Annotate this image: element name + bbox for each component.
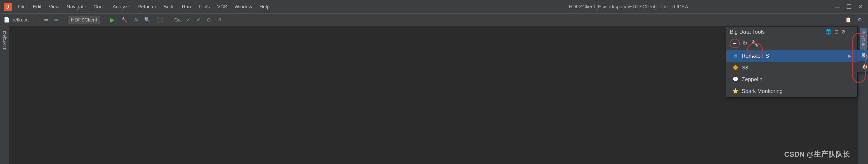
menu-refactor[interactable]: Refactor [134,2,159,11]
remote-fs-label: Remote FS [742,53,848,59]
local-icon: 🏠 [862,63,868,70]
spark-monitoring-icon: ⭐ [732,87,739,95]
git-check-button[interactable]: ✔ [184,16,192,24]
remote-fs-icon: 🖥 [732,52,739,59]
build-button[interactable]: 🔨 [119,16,129,24]
bdt-menu-item-zeppelin[interactable]: 💬 Zeppelin [726,74,857,85]
git-undo-button[interactable]: ↺ [215,16,223,24]
run-config-select[interactable]: HDFSClient [68,16,100,24]
git-tick-button[interactable]: ✔ [194,16,203,24]
submenu-item-local[interactable]: 🏠 Local [857,61,868,72]
big-data-tools-panel[interactable]: Big Data Tools 🌐 ⊟ ⚙ — + ↻ 🔧 🖥 Remo [726,27,857,97]
zeppelin-icon: 💬 [732,76,739,83]
bdt-globe-icon[interactable]: 🌐 [826,29,832,35]
run-button[interactable]: ▶ [107,15,117,24]
toolbar-separator-4 [168,17,169,23]
window-title: HDFSClient [E:\workspace\HDFSClient] - I… [424,4,833,10]
minimize-button[interactable]: — [833,3,842,11]
bdt-menu-item-remote-fs[interactable]: 🖥 Remote FS ▶ 🐘 HDFS 🏠 Local [726,50,857,62]
app-logo: IJ [4,3,12,11]
menu-build[interactable]: Build [160,2,178,11]
window-controls: — ❐ ✕ [833,3,864,11]
menu-file[interactable]: File [14,2,29,11]
bdt-panel-title: Big Data Tools [730,29,765,35]
bdt-header-icons: 🌐 ⊟ ⚙ — [826,29,853,35]
toolbar-separator-3 [104,17,104,23]
menu-tools[interactable]: Tools [195,2,213,11]
git-label: Git: [174,17,182,23]
remote-fs-arrow-icon: ▶ [848,53,851,58]
close-button[interactable]: ✕ [856,3,864,11]
copy-button[interactable]: 📋 [843,16,854,24]
menu-code[interactable]: Code [90,2,109,11]
s3-label: S3 [742,64,851,71]
s3-icon: 🔶 [732,64,739,71]
bdt-layout-icon[interactable]: ⊟ [834,29,838,35]
sidebar-left: 1: Project [0,26,9,164]
menu-vcs[interactable]: VCS [214,2,230,11]
bdt-toolbar: + ↻ 🔧 [726,37,857,50]
hdfs-icon: 🐘 [862,53,868,59]
bdt-gear-icon[interactable]: ⚙ [841,29,846,35]
coverage-button[interactable]: ◎ [131,16,140,24]
bdt-refresh-button[interactable]: ↻ [742,39,748,48]
main-toolbar: 📄 hello.txt ⬅ ➡ HDFSClient ▶ 🔨 ◎ 🔍 ⬛ Git… [0,13,868,26]
menu-navigate[interactable]: Navigate [64,2,90,11]
bdt-menu-item-s3[interactable]: 🔶 S3 [726,62,857,74]
toolbar-separator-1 [38,17,38,23]
watermark: CSDN @生产队队长 [784,149,850,160]
toolbar-separator-5 [227,17,227,23]
profiler-button[interactable]: 🔍 [142,16,153,24]
sidebar-right: Big Data Tools S [858,26,868,164]
nav-forward-button[interactable]: ➡ [52,16,61,24]
menu-bar: File Edit View Navigate Code Analyze Ref… [14,2,424,11]
stop-button[interactable]: ⬛ [154,16,165,24]
bdt-wrench-button[interactable]: 🔧 [750,39,759,48]
settings-icon[interactable]: ⚙ [855,16,864,24]
file-name: hello.txt [11,17,29,23]
bdt-panel-header: Big Data Tools 🌐 ⊟ ⚙ — [726,27,857,37]
menu-window[interactable]: Window [231,2,255,11]
menu-run[interactable]: Run [179,2,194,11]
svg-text:IJ: IJ [5,4,9,9]
title-bar: IJ File Edit View Navigate Code Analyze … [0,0,868,13]
menu-view[interactable]: View [45,2,62,11]
bdt-minimize-icon[interactable]: — [848,29,853,35]
submenu-item-hdfs[interactable]: 🐘 HDFS [857,50,868,61]
menu-analyze[interactable]: Analyze [110,2,133,11]
zeppelin-label: Zeppelin [742,76,851,83]
bdt-plus-icon: + [733,40,737,47]
open-file-indicator: 📄 hello.txt [4,17,29,23]
bdt-menu-item-spark-monitoring[interactable]: ⭐ Spark Monitoring [726,85,857,97]
menu-help[interactable]: Help [256,2,273,11]
git-history-button[interactable]: ⊙ [205,16,213,24]
bdt-add-button[interactable]: + [730,39,740,48]
restore-button[interactable]: ❐ [845,3,854,11]
main-area: 1: Project Big Data Tools S Big Data Too… [0,26,868,164]
file-icon: 📄 [4,17,10,23]
nav-back-button[interactable]: ⬅ [41,16,50,24]
menu-edit[interactable]: Edit [30,2,44,11]
sidebar-item-project[interactable]: 1: Project [0,28,8,53]
remote-fs-submenu: 🐘 HDFS 🏠 Local [857,50,868,72]
spark-monitoring-label: Spark Monitoring [742,88,851,94]
